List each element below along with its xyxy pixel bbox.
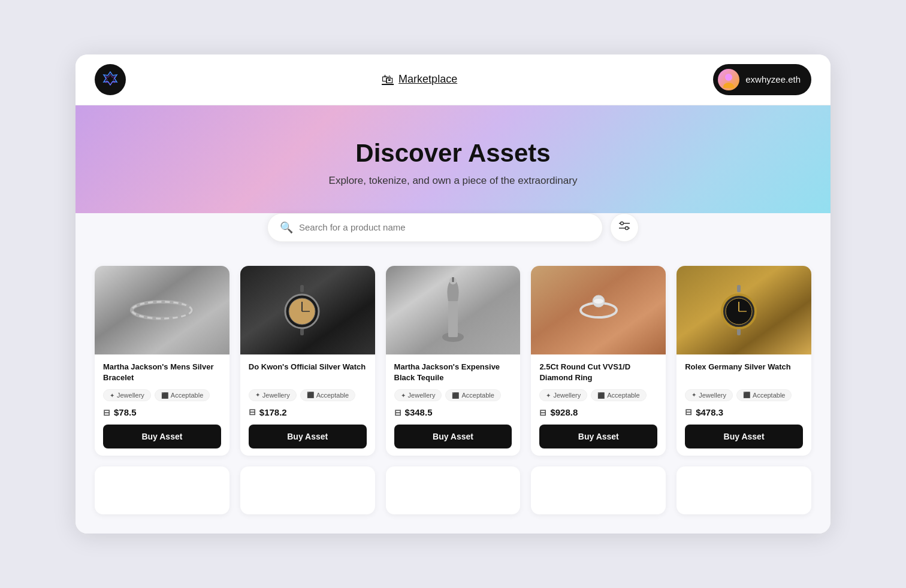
product-price: ⊟ $348.5 xyxy=(394,407,512,417)
product-price: ⊟ $478.3 xyxy=(685,407,803,417)
product-tags: ✦ Jewellery ⬛ Acceptable xyxy=(103,389,221,401)
products-row2 xyxy=(95,466,811,514)
tag-icon: ✦ xyxy=(110,392,114,399)
search-input[interactable] xyxy=(299,222,590,232)
product-card-partial xyxy=(240,466,375,514)
svg-rect-23 xyxy=(737,285,741,292)
svg-point-9 xyxy=(132,302,192,319)
hero-subtitle: Explore, tokenize, and own a piece of th… xyxy=(95,175,811,187)
marketplace-label: Marketplace xyxy=(398,73,457,86)
product-image xyxy=(240,266,375,354)
tag-icon2: ⬛ xyxy=(743,392,750,398)
tag-icon2: ⬛ xyxy=(307,392,314,398)
tag-acceptable: ⬛ Acceptable xyxy=(155,389,210,401)
price-value: $928.8 xyxy=(550,407,578,417)
user-name: exwhyzee.eth xyxy=(745,74,801,84)
product-card-partial xyxy=(95,466,229,514)
tag-label2: Acceptable xyxy=(171,392,203,399)
tag-acceptable: ⬛ Acceptable xyxy=(736,389,792,401)
buy-asset-button[interactable]: Buy Asset xyxy=(539,425,657,448)
price-value: $348.5 xyxy=(405,407,433,417)
tag-jewellery: ✦ Jewellery xyxy=(539,389,587,401)
user-button[interactable]: exwhyzee.eth xyxy=(713,64,811,95)
tag-icon: ✦ xyxy=(691,392,696,398)
price-value: $178.2 xyxy=(259,407,287,417)
user-avatar xyxy=(718,69,739,90)
tag-jewellery: ✦ Jewellery xyxy=(685,389,733,401)
tag-icon2: ⬛ xyxy=(452,392,459,399)
product-tags: ✦ Jewellery ⬛ Acceptable xyxy=(685,389,803,401)
search-icon: 🔍 xyxy=(280,221,293,234)
tag-icon: ✦ xyxy=(401,392,406,399)
product-card: Do Kwon's Official Silver Watch ✦ Jewell… xyxy=(240,266,375,456)
product-tags: ✦ Jewellery ⬛ Acceptable xyxy=(539,389,657,401)
product-body: Do Kwon's Official Silver Watch ✦ Jewell… xyxy=(240,354,375,456)
svg-rect-11 xyxy=(300,328,304,335)
buy-asset-button[interactable]: Buy Asset xyxy=(394,425,512,448)
filter-icon xyxy=(618,220,630,235)
product-card-partial xyxy=(386,466,521,514)
header: 🛍 Marketplace exwhyzee.eth xyxy=(76,54,830,105)
buy-asset-button[interactable]: Buy Asset xyxy=(103,425,221,448)
tag-label: Jewellery xyxy=(699,392,726,399)
product-name: Martha Jackson's Expensive Black Tequile xyxy=(394,362,512,383)
product-body: Martha Jackson's Expensive Black Tequile… xyxy=(386,354,521,456)
tag-jewellery: ✦ Jewellery xyxy=(103,389,151,401)
price-icon: ⊟ xyxy=(394,408,401,417)
tag-label2: Acceptable xyxy=(461,392,494,399)
product-price: ⊟ $178.2 xyxy=(249,407,367,417)
tag-label2: Acceptable xyxy=(753,392,785,399)
price-icon: ⊟ xyxy=(249,407,256,417)
filter-button[interactable] xyxy=(610,213,639,242)
logo-button[interactable] xyxy=(95,64,126,95)
product-price: ⊟ $78.5 xyxy=(103,407,221,417)
products-grid: Martha Jackson's Mens Silver Bracelet ✦ … xyxy=(95,266,811,456)
product-tags: ✦ Jewellery ⬛ Acceptable xyxy=(249,389,367,401)
tag-label: Jewellery xyxy=(117,392,144,399)
search-bar: 🔍 xyxy=(267,213,603,242)
tag-label: Jewellery xyxy=(553,392,581,399)
tag-acceptable: ⬛ Acceptable xyxy=(445,389,500,401)
price-icon: ⊟ xyxy=(539,408,546,417)
svg-point-22 xyxy=(594,299,603,304)
svg-point-0 xyxy=(725,74,732,81)
product-body: Martha Jackson's Mens Silver Bracelet ✦ … xyxy=(95,354,229,456)
tag-icon2: ⬛ xyxy=(161,392,168,399)
svg-rect-10 xyxy=(300,285,304,292)
product-card-partial xyxy=(531,466,666,514)
logo-icon xyxy=(102,69,119,90)
tag-icon2: ⬛ xyxy=(597,392,605,399)
svg-point-1 xyxy=(723,83,734,88)
price-value: $478.3 xyxy=(696,407,723,417)
product-name: Rolex Germany Silver Watch xyxy=(685,362,803,383)
hero-title: Discover Assets xyxy=(95,139,811,168)
search-section: 🔍 xyxy=(76,213,830,261)
product-card: Rolex Germany Silver Watch ✦ Jewellery ⬛… xyxy=(677,266,811,456)
product-name: Do Kwon's Official Silver Watch xyxy=(249,362,367,383)
tag-icon: ✦ xyxy=(255,392,260,398)
tag-label2: Acceptable xyxy=(607,392,639,399)
svg-point-3 xyxy=(626,227,629,230)
product-price: ⊟ $928.8 xyxy=(539,407,657,417)
product-card: Martha Jackson's Expensive Black Tequile… xyxy=(386,266,521,456)
product-image xyxy=(95,266,229,354)
svg-point-2 xyxy=(621,222,624,225)
product-image xyxy=(386,266,521,354)
tag-label2: Acceptable xyxy=(316,392,349,399)
tag-jewellery: ✦ Jewellery xyxy=(249,389,297,401)
product-card-partial xyxy=(677,466,811,514)
product-name: Martha Jackson's Mens Silver Bracelet xyxy=(103,362,221,383)
products-section: Martha Jackson's Mens Silver Bracelet ✦ … xyxy=(76,261,830,534)
marketplace-nav[interactable]: 🛍 Marketplace xyxy=(382,72,457,86)
tag-acceptable: ⬛ Acceptable xyxy=(300,389,355,401)
price-icon: ⊟ xyxy=(103,408,110,417)
buy-asset-button[interactable]: Buy Asset xyxy=(685,425,803,448)
product-tags: ✦ Jewellery ⬛ Acceptable xyxy=(394,389,512,401)
buy-asset-button[interactable]: Buy Asset xyxy=(249,425,367,448)
product-image xyxy=(677,266,811,354)
tag-jewellery: ✦ Jewellery xyxy=(394,389,442,401)
svg-rect-17 xyxy=(448,301,458,337)
product-card: 2.5Ct Round Cut VVS1/D Diamond Ring ✦ Je… xyxy=(531,266,666,456)
tag-icon: ✦ xyxy=(546,392,551,399)
tag-label: Jewellery xyxy=(262,392,290,399)
